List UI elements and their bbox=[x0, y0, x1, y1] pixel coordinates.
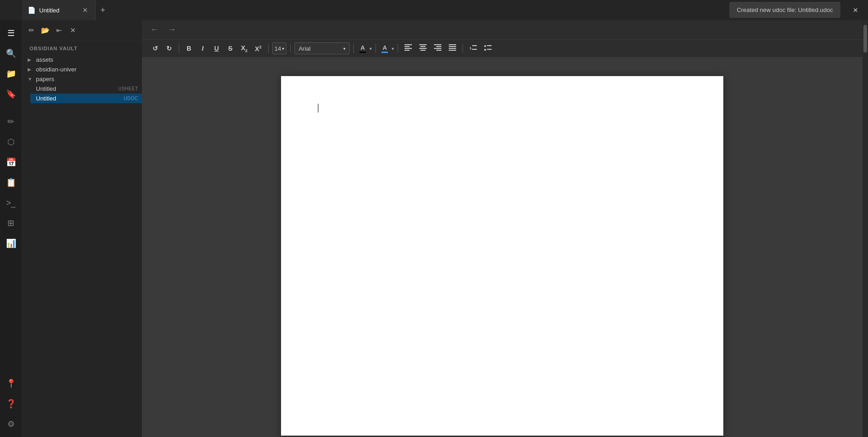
forward-button[interactable]: → bbox=[165, 24, 179, 35]
activity-settings[interactable]: ⚙ bbox=[2, 415, 20, 433]
file-badge-usheet: USHEET bbox=[118, 86, 138, 91]
active-tab[interactable]: 📄 Untitled ✕ bbox=[22, 0, 96, 20]
notification-toast: Created new udoc file: Untitled.udoc bbox=[729, 2, 840, 18]
align-center-button[interactable] bbox=[416, 42, 429, 54]
strikethrough-button[interactable]: S bbox=[224, 42, 236, 54]
activity-search[interactable]: 🔍 bbox=[2, 44, 20, 63]
sidebar: ✏ 📂 ⇤ ✕ OBSIDIAN VAULT ▶ assets ▶ obsidi… bbox=[22, 20, 142, 437]
search-icon: 🔍 bbox=[6, 48, 16, 59]
unordered-list-button[interactable] bbox=[481, 42, 494, 54]
underline-icon: U bbox=[214, 45, 219, 52]
svg-rect-4 bbox=[419, 44, 427, 45]
svg-rect-7 bbox=[421, 50, 426, 51]
redo-icon: ↻ bbox=[166, 45, 172, 52]
svg-rect-13 bbox=[449, 46, 456, 47]
back-button[interactable]: ← bbox=[147, 24, 161, 35]
close-icon: ✕ bbox=[853, 6, 858, 14]
activity-file-explorer[interactable]: 📁 bbox=[2, 65, 20, 83]
close-sidebar-button[interactable]: ✕ bbox=[66, 24, 79, 37]
italic-button[interactable]: I bbox=[197, 42, 209, 54]
sidebar-toggle-icon: ☰ bbox=[7, 28, 15, 38]
open-folder-button[interactable]: 📂 bbox=[39, 24, 52, 37]
tree-item-assets[interactable]: ▶ assets bbox=[22, 55, 142, 65]
back-icon: ← bbox=[150, 25, 158, 34]
collapse-all-button[interactable]: ⇤ bbox=[53, 24, 65, 37]
activity-calendar[interactable]: 📅 bbox=[2, 153, 20, 171]
svg-rect-6 bbox=[419, 48, 427, 49]
close-button[interactable]: ✕ bbox=[845, 0, 866, 20]
help-icon: ❓ bbox=[6, 399, 16, 409]
new-file-button[interactable]: ✏ bbox=[25, 24, 38, 37]
font-family-value: Arial bbox=[299, 45, 311, 52]
superscript-icon: X2 bbox=[255, 45, 261, 53]
activity-grid[interactable]: ⊞ bbox=[2, 214, 20, 232]
font-color-bar bbox=[359, 52, 366, 53]
align-center-icon bbox=[419, 44, 427, 53]
tree-item-papers[interactable]: ▼ papers bbox=[22, 74, 142, 84]
activity-bookmarks[interactable]: 🔖 bbox=[2, 85, 20, 103]
tree-item-untitled-udoc[interactable]: Untitled UDOC bbox=[30, 94, 142, 103]
redo-button[interactable]: ↻ bbox=[163, 42, 175, 54]
activity-pages[interactable]: 📋 bbox=[2, 173, 20, 192]
svg-text:1.: 1. bbox=[469, 46, 473, 50]
tree-item-obsidian-univer[interactable]: ▶ obsidian-univer bbox=[22, 65, 142, 74]
align-left-button[interactable] bbox=[402, 42, 415, 54]
activity-help[interactable]: ❓ bbox=[2, 395, 20, 413]
document-canvas[interactable] bbox=[281, 76, 723, 436]
add-tab-button[interactable]: + bbox=[96, 6, 110, 15]
sep-3 bbox=[290, 44, 291, 53]
sep-2 bbox=[268, 44, 269, 53]
sep-6 bbox=[398, 44, 398, 53]
subscript-button[interactable]: X2 bbox=[238, 42, 250, 54]
notification-text: Created new udoc file: Untitled.udoc bbox=[737, 6, 833, 13]
font-color-button[interactable]: A bbox=[358, 43, 368, 54]
highlight-label: A bbox=[382, 44, 387, 51]
activity-location[interactable]: 📍 bbox=[2, 374, 20, 393]
vault-label: OBSIDIAN VAULT bbox=[22, 41, 142, 53]
right-scrollbar[interactable] bbox=[862, 20, 868, 437]
unordered-list-icon bbox=[484, 45, 492, 53]
underline-button[interactable]: U bbox=[211, 42, 223, 54]
document-canvas-container[interactable] bbox=[142, 58, 862, 437]
align-right-button[interactable] bbox=[431, 42, 444, 54]
bold-icon: B bbox=[187, 45, 191, 52]
file-label-untitled-udoc: Untitled bbox=[36, 95, 120, 102]
forward-icon: → bbox=[168, 25, 176, 34]
settings-icon: ⚙ bbox=[7, 419, 15, 429]
tree-item-untitled-usheet[interactable]: Untitled USHEET bbox=[30, 84, 142, 94]
activity-sidebar-toggle[interactable]: ☰ bbox=[2, 24, 20, 42]
folder-label-obsidian-univer: obsidian-univer bbox=[36, 66, 138, 73]
svg-rect-21 bbox=[487, 45, 492, 46]
notes-icon: ✏ bbox=[7, 117, 14, 127]
activity-terminal[interactable]: >_ bbox=[2, 194, 20, 212]
ordered-list-button[interactable]: 1. 2. bbox=[467, 42, 480, 54]
activity-analytics[interactable]: 📊 bbox=[2, 234, 20, 253]
terminal-icon: >_ bbox=[6, 198, 16, 208]
svg-rect-3 bbox=[405, 50, 410, 51]
align-justify-button[interactable] bbox=[446, 42, 459, 54]
font-size-value: 14 bbox=[275, 45, 281, 52]
font-family-chevron: ▾ bbox=[343, 46, 346, 51]
font-size-control[interactable]: 14 ▾ bbox=[272, 42, 287, 54]
sep-7 bbox=[463, 44, 463, 53]
activity-connections[interactable]: ⬡ bbox=[2, 133, 20, 151]
superscript-button[interactable]: X2 bbox=[252, 42, 264, 54]
bold-button[interactable]: B bbox=[183, 42, 195, 54]
connections-icon: ⬡ bbox=[7, 137, 15, 147]
highlight-bar bbox=[381, 52, 388, 53]
bookmark-icon: 🔖 bbox=[6, 89, 16, 99]
highlight-color-button[interactable]: A bbox=[380, 43, 390, 54]
tab-close-button[interactable]: ✕ bbox=[81, 6, 90, 15]
highlight-chevron[interactable]: ▾ bbox=[392, 46, 394, 51]
font-color-chevron[interactable]: ▾ bbox=[369, 46, 372, 51]
svg-rect-0 bbox=[405, 44, 412, 45]
chevron-down-icon: ▼ bbox=[28, 77, 34, 82]
scrollbar-thumb[interactable] bbox=[863, 25, 867, 53]
collapse-all-icon: ⇤ bbox=[56, 26, 62, 35]
font-family-control[interactable]: Arial ▾ bbox=[294, 42, 350, 54]
activity-notes[interactable]: ✏ bbox=[2, 112, 20, 131]
undo-button[interactable]: ↺ bbox=[149, 42, 161, 54]
svg-rect-12 bbox=[449, 44, 456, 45]
location-icon: 📍 bbox=[6, 378, 16, 389]
sep-4 bbox=[353, 44, 354, 53]
